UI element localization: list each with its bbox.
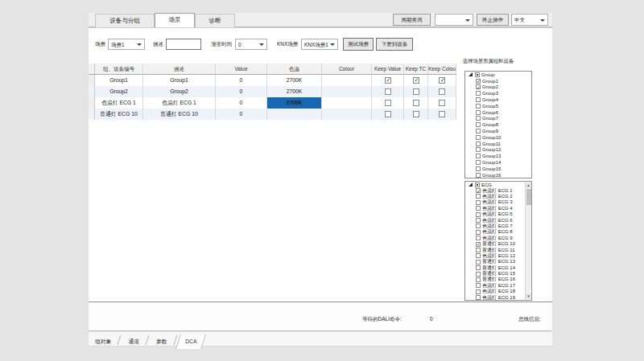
keep-tc-checkbox[interactable]	[413, 100, 419, 106]
tree-item-checkbox[interactable]	[476, 97, 481, 102]
tree-item-checkbox[interactable]	[476, 147, 481, 152]
tree-item[interactable]: Group10	[465, 134, 531, 141]
tree-item-checkbox[interactable]	[476, 154, 481, 158]
tree-root-checkbox[interactable]	[475, 72, 480, 77]
column-header-1[interactable]: 描述	[143, 64, 216, 75]
keep-value-checkbox[interactable]	[385, 100, 391, 106]
send-to-device-button[interactable]: 下发到设备	[376, 38, 413, 51]
tree-item-checkbox[interactable]	[476, 194, 481, 199]
tree-item-checkbox[interactable]	[476, 135, 481, 140]
keep-value-checkbox[interactable]	[385, 88, 391, 95]
tab-scene[interactable]: 场景	[155, 13, 195, 27]
tree-item-checkbox[interactable]	[476, 272, 481, 277]
cell-colour[interactable]	[322, 86, 372, 97]
cell-name[interactable]: 色温灯 ECG 1	[95, 97, 143, 109]
tree-item-checkbox[interactable]	[476, 79, 481, 84]
keep-colour-checkbox[interactable]	[439, 77, 445, 84]
keep-colour-checkbox[interactable]	[439, 111, 445, 117]
tree-item[interactable]: Group9	[465, 128, 531, 134]
keep-colour-checkbox[interactable]	[439, 100, 445, 106]
tab-diagnostics[interactable]: 诊断	[195, 14, 235, 27]
bottom-tab-dca[interactable]: DCA	[175, 334, 206, 349]
tree-item-checkbox[interactable]	[476, 91, 481, 96]
tree-item-checkbox[interactable]	[476, 188, 481, 193]
tree-item[interactable]: Group13	[465, 153, 531, 159]
column-header-6[interactable]: Keep TC	[404, 64, 428, 75]
cell-value[interactable]: 0	[216, 75, 267, 86]
column-header-2[interactable]: Value	[216, 64, 267, 75]
cell-name[interactable]: Group2	[95, 86, 143, 97]
column-header-7[interactable]: Keep Colour	[428, 64, 456, 75]
cell-desc[interactable]: Group2	[143, 86, 216, 97]
tree-item-checkbox[interactable]	[476, 166, 481, 171]
tree-item-checkbox[interactable]	[476, 84, 481, 89]
tree-item-checkbox[interactable]	[476, 295, 481, 300]
cell-name[interactable]: Group1	[95, 75, 143, 86]
tree-item-checkbox[interactable]	[476, 116, 481, 121]
cell-tc[interactable]	[267, 109, 322, 120]
keep-tc-checkbox[interactable]	[413, 77, 419, 84]
ecg-tree-scrollbar[interactable]: ▲ ▼	[525, 183, 530, 299]
tab-devices-groups[interactable]: 设备与分组	[95, 14, 155, 27]
cell-desc[interactable]: Group1	[143, 75, 216, 86]
cell-value[interactable]: 0	[216, 97, 267, 109]
scroll-down-icon[interactable]: ▼	[526, 293, 531, 299]
tree-item[interactable]: Group7	[465, 116, 531, 122]
tree-item-checkbox[interactable]	[476, 160, 481, 165]
cell-desc[interactable]: 色温灯 ECG 1	[143, 97, 216, 109]
tree-item[interactable]: Group6	[465, 109, 531, 116]
tree-item-checkbox[interactable]	[476, 104, 481, 109]
tree-item[interactable]: Group2	[465, 84, 531, 91]
cell-tc[interactable]: 2700K	[267, 86, 322, 97]
tree-item[interactable]: Group11	[465, 141, 531, 147]
scrollbar-thumb[interactable]	[526, 189, 531, 205]
periodic-query-button[interactable]: 周期查询	[393, 14, 431, 26]
tree-item-checkbox[interactable]	[476, 122, 481, 127]
keep-value-checkbox[interactable]	[385, 77, 391, 84]
tree-item-checkbox[interactable]	[476, 242, 481, 247]
tree-root-group[interactable]: Group	[465, 72, 531, 78]
tree-item-checkbox[interactable]	[476, 277, 481, 282]
column-header-0[interactable]: 组、设备编号	[95, 64, 143, 75]
column-header-5[interactable]: Keep Value	[372, 64, 404, 75]
tree-root-checkbox[interactable]	[475, 183, 480, 187]
tree-item-checkbox[interactable]	[476, 206, 481, 211]
tree-item-checkbox[interactable]	[476, 200, 481, 205]
tree-item-checkbox[interactable]	[476, 265, 481, 270]
expanded-icon[interactable]	[469, 72, 473, 76]
description-input[interactable]	[166, 39, 201, 50]
cell-desc[interactable]: 普通灯 ECG 10	[143, 109, 216, 120]
tree-item[interactable]: Group15	[465, 166, 531, 172]
bottom-tab-通道[interactable]: 通道	[122, 334, 146, 349]
tree-item-checkbox[interactable]	[476, 283, 481, 288]
cell-colour[interactable]	[322, 97, 372, 109]
tree-item-checkbox[interactable]	[476, 212, 481, 217]
cell-value[interactable]: 0	[216, 109, 267, 120]
expanded-icon[interactable]	[469, 183, 473, 187]
bottom-tab-参数[interactable]: 参数	[150, 334, 174, 349]
tree-item-checkbox[interactable]	[476, 289, 481, 294]
scene-dropdown[interactable]: 场景1	[108, 39, 145, 50]
tree-item-checkbox[interactable]	[476, 224, 481, 228]
tree-item[interactable]: 色温灯 ECG 19	[465, 294, 531, 300]
keep-value-checkbox[interactable]	[385, 111, 391, 117]
tree-item-checkbox[interactable]	[476, 142, 481, 146]
fade-time-dropdown[interactable]: 0	[235, 39, 267, 50]
cell-tc[interactable]: 2700K	[267, 75, 322, 86]
cell-tc-selected[interactable]: 2700K	[267, 97, 322, 109]
tree-item-checkbox[interactable]	[476, 236, 481, 240]
tree-item-checkbox[interactable]	[476, 230, 481, 235]
query-period-dropdown[interactable]	[435, 14, 473, 26]
column-header-3[interactable]: 色温	[267, 64, 322, 75]
tree-item[interactable]: Group16	[465, 172, 531, 178]
tree-item-checkbox[interactable]	[476, 173, 481, 178]
tree-item-checkbox[interactable]	[476, 253, 481, 258]
bottom-tab-组对象[interactable]: 组对象	[89, 334, 118, 349]
keep-tc-checkbox[interactable]	[413, 88, 419, 95]
tree-item[interactable]: Group5	[465, 103, 531, 109]
cell-colour[interactable]	[322, 109, 372, 120]
cell-value[interactable]: 0	[216, 86, 267, 97]
column-header-4[interactable]: Colour	[322, 64, 372, 75]
tree-item[interactable]: Group12	[465, 147, 531, 154]
scroll-up-icon[interactable]: ▲	[526, 183, 531, 188]
